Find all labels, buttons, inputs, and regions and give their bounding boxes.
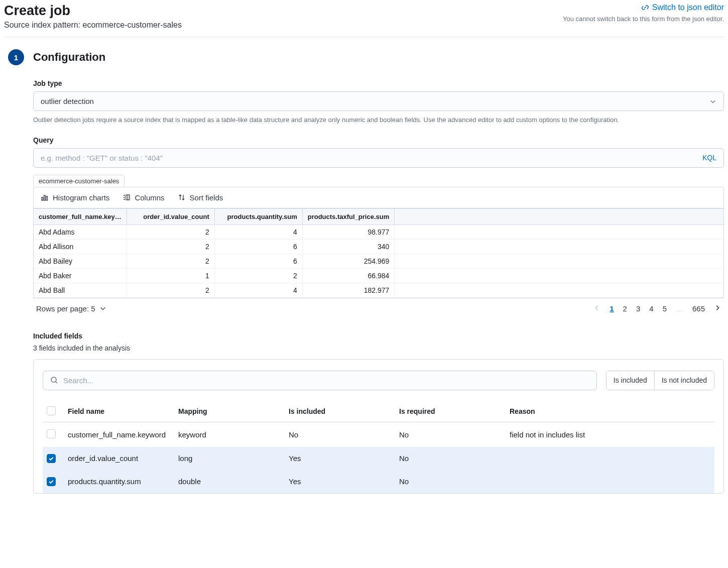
fields-search-wrap[interactable] — [43, 371, 597, 390]
chevron-down-icon — [709, 98, 716, 105]
table-row: Abd Allison26340 — [34, 239, 723, 254]
field-reason-cell: field not in includes list — [506, 422, 714, 447]
fields-row[interactable]: products.quantity.sumdoubleYesNo — [43, 470, 714, 493]
cell: Abd Adams — [34, 224, 127, 239]
fields-col-reason[interactable]: Reason — [506, 401, 714, 422]
chevron-left-icon — [593, 304, 600, 311]
pager-prev[interactable] — [593, 304, 600, 313]
fields-col-checkbox — [43, 401, 64, 422]
cell: 340 — [302, 239, 395, 254]
preview-col-2[interactable]: products.quantity.sum — [214, 208, 302, 224]
cell: 2 — [214, 268, 302, 283]
cell: 2 — [127, 254, 214, 268]
cell: 2 — [127, 224, 214, 239]
fields-search-input[interactable] — [63, 376, 589, 385]
row-checkbox[interactable] — [47, 454, 56, 463]
page-title: Create job — [4, 3, 182, 19]
job-type-label: Job type — [33, 79, 724, 87]
cell: 4 — [214, 224, 302, 239]
field-reason-cell — [506, 447, 714, 470]
sort-fields-label: Sort fields — [190, 193, 223, 202]
cell — [395, 224, 723, 239]
cell: 66.984 — [302, 268, 395, 283]
svg-rect-2 — [46, 196, 48, 200]
preview-col-3[interactable]: products.taxful_price.sum — [302, 208, 395, 224]
preview-col-0[interactable]: customer_full_name.key… — [34, 208, 127, 224]
field-name-cell: products.quantity.sum — [64, 470, 174, 493]
step-title: Configuration — [33, 51, 105, 64]
fields-table: Field name Mapping Is included Is requir… — [43, 401, 714, 493]
fields-col-required[interactable]: Is required — [395, 401, 506, 422]
svg-rect-0 — [42, 197, 43, 200]
cell: 254.969 — [302, 254, 395, 268]
cell: 6 — [214, 239, 302, 254]
field-required-cell: No — [395, 470, 506, 493]
search-icon — [50, 376, 58, 384]
field-included-cell: Yes — [285, 470, 395, 493]
row-checkbox[interactable] — [47, 429, 56, 438]
fields-row[interactable]: customer_full_name.keywordkeywordNoNofie… — [43, 422, 714, 447]
json-editor-note: You cannot switch back to this form from… — [563, 15, 724, 23]
query-input[interactable] — [41, 154, 702, 162]
cell: 4 — [214, 283, 302, 297]
job-type-value: outlier detection — [41, 97, 94, 105]
select-all-checkbox[interactable] — [47, 406, 56, 415]
switch-json-editor-label: Switch to json editor — [652, 3, 724, 12]
step-badge: 1 — [8, 49, 24, 65]
cell: Abd Allison — [34, 239, 127, 254]
pager-page-5[interactable]: 5 — [663, 304, 667, 313]
pager-page-3[interactable]: 3 — [636, 304, 640, 313]
pager-page-4[interactable]: 4 — [649, 304, 653, 313]
pager-page-1[interactable]: 1 — [610, 304, 614, 313]
pager-last[interactable]: 665 — [692, 304, 705, 313]
query-input-wrap[interactable]: KQL — [33, 148, 724, 168]
cell: 2 — [127, 283, 214, 297]
pager-page-2[interactable]: 2 — [623, 304, 627, 313]
preview-table-container: customer_full_name.key… order_id.value_c… — [33, 208, 724, 298]
svg-rect-1 — [44, 195, 46, 200]
table-row: Abd Bailey26254.969 — [34, 254, 723, 268]
histogram-icon — [41, 193, 49, 201]
rows-per-page-button[interactable]: Rows per page: 5 — [36, 304, 106, 313]
table-row: Abd Ball24182.977 — [34, 283, 723, 297]
cell: Abd Ball — [34, 283, 127, 297]
preview-toolbar: Histogram charts Columns Sort fields — [33, 187, 724, 208]
fields-row[interactable]: order_id.value_countlongYesNo — [43, 447, 714, 470]
chevron-right-icon — [714, 304, 721, 311]
preview-col-1[interactable]: order_id.value_count — [127, 208, 214, 224]
link-icon — [641, 4, 649, 12]
columns-button[interactable]: Columns — [123, 193, 164, 202]
columns-label: Columns — [135, 193, 164, 202]
fields-col-mapping[interactable]: Mapping — [174, 401, 285, 422]
histogram-charts-button[interactable]: Histogram charts — [41, 193, 109, 202]
pager: 1 2 3 4 5 … 665 — [593, 304, 721, 313]
index-pill[interactable]: ecommerce-customer-sales — [33, 175, 125, 187]
filter-is-not-included[interactable]: Is not included — [654, 371, 714, 390]
table-row: Abd Adams2498.977 — [34, 224, 723, 239]
field-included-cell: No — [285, 422, 395, 447]
sort-icon — [178, 193, 186, 201]
field-reason-cell — [506, 470, 714, 493]
filter-is-included[interactable]: Is included — [606, 371, 654, 390]
cell: 6 — [214, 254, 302, 268]
cell: Abd Baker — [34, 268, 127, 283]
page-subtitle: Source index pattern: ecommerce-customer… — [4, 21, 182, 30]
histogram-charts-label: Histogram charts — [53, 193, 109, 202]
pager-next[interactable] — [714, 304, 721, 313]
field-required-cell: No — [395, 422, 506, 447]
fields-col-name[interactable]: Field name — [64, 401, 174, 422]
job-type-help: Outlier detection jobs require a source … — [33, 115, 724, 125]
included-fields-label: Included fields — [33, 332, 724, 340]
table-row: Abd Baker1266.984 — [34, 268, 723, 283]
cell: Abd Bailey — [34, 254, 127, 268]
job-type-select[interactable]: outlier detection — [33, 91, 724, 111]
row-checkbox[interactable] — [47, 477, 56, 486]
cell — [395, 254, 723, 268]
switch-json-editor-link[interactable]: Switch to json editor — [641, 3, 724, 12]
kql-button[interactable]: KQL — [702, 154, 716, 162]
cell — [395, 268, 723, 283]
rows-per-page-label: Rows per page: 5 — [36, 304, 95, 313]
sort-fields-button[interactable]: Sort fields — [178, 193, 223, 202]
preview-table: customer_full_name.key… order_id.value_c… — [34, 208, 723, 298]
fields-col-included[interactable]: Is included — [285, 401, 395, 422]
